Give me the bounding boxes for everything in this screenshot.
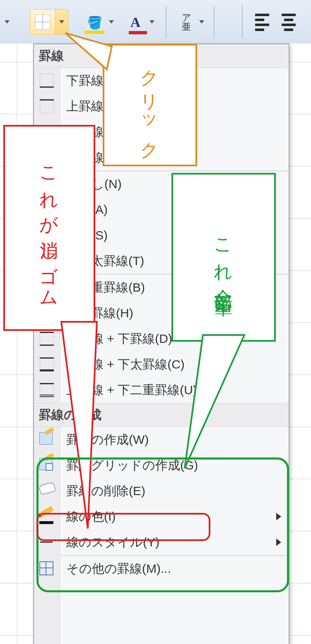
border-top-thick-bottom-icon bbox=[34, 357, 60, 371]
align-left-button[interactable] bbox=[252, 9, 272, 36]
callout-click-text: クリック bbox=[138, 57, 162, 153]
orientation-icon: ア 亜 bbox=[176, 13, 197, 31]
ribbon-separator bbox=[214, 6, 215, 38]
orientation-button[interactable]: ア 亜 bbox=[176, 9, 197, 36]
border-grid-icon bbox=[35, 14, 50, 29]
svg-marker-2 bbox=[185, 335, 244, 468]
callout-pencil: これ全部鉛筆 bbox=[171, 173, 276, 342]
draw-border-icon bbox=[34, 432, 60, 447]
ribbon-separator bbox=[242, 6, 243, 38]
callout-eraser-text: これが消しゴム bbox=[37, 155, 62, 302]
border-top-icon bbox=[34, 99, 60, 113]
callout-pencil-text: これ全部鉛筆 bbox=[212, 227, 236, 288]
border-top-bottom-icon bbox=[34, 332, 60, 346]
align-center-icon bbox=[282, 14, 296, 31]
ribbon-separator bbox=[166, 6, 166, 38]
highlight-eraser-item bbox=[36, 513, 210, 541]
borders-button-main[interactable] bbox=[30, 9, 55, 35]
align-center-button[interactable] bbox=[278, 9, 299, 36]
align-left-icon bbox=[255, 14, 269, 31]
font-color-dropdown[interactable] bbox=[147, 9, 157, 35]
border-top-double-bottom-icon bbox=[34, 383, 60, 397]
callout-click-pointer bbox=[62, 25, 128, 74]
ribbon: 🪣 A ア 亜 bbox=[0, 0, 311, 44]
font-color-icon: A bbox=[130, 14, 141, 30]
callout-eraser: これが消しゴム bbox=[3, 125, 95, 331]
generic-dropdown-caret[interactable] bbox=[2, 9, 12, 35]
callout-pencil-pointer bbox=[182, 335, 253, 472]
svg-marker-0 bbox=[65, 33, 112, 69]
border-bottom-icon bbox=[34, 74, 60, 88]
orientation-dropdown[interactable] bbox=[197, 9, 206, 35]
